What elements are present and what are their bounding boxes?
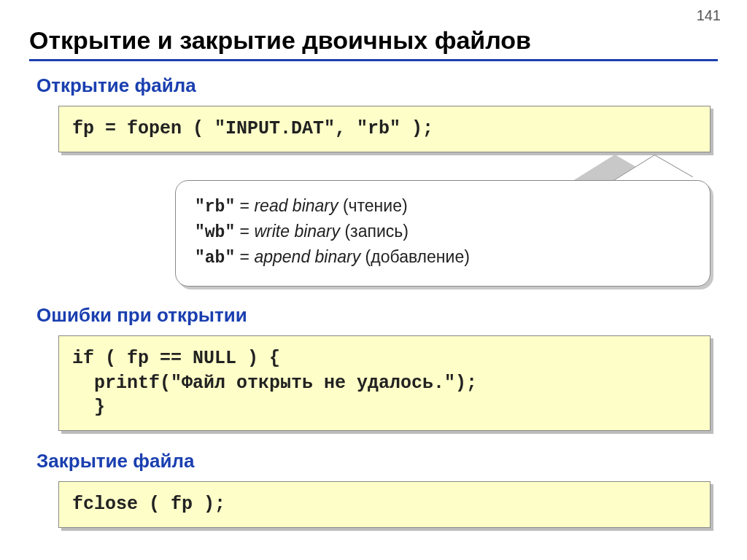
section-errors-label: Ошибки при открытии — [36, 304, 718, 327]
mode-rb: "rb" — [195, 198, 235, 217]
desc-wb: write binary — [254, 222, 340, 241]
callout-line-1: "rb" = read binary (чтение) — [195, 194, 691, 219]
mode-wb: "wb" — [195, 223, 235, 242]
eq3: = — [235, 247, 254, 266]
ru-wb: (запись) — [340, 222, 409, 241]
eq2: = — [235, 222, 254, 241]
title-rule — [29, 59, 718, 61]
mode-ab: "ab" — [195, 249, 235, 268]
code-close: fclose ( fp ); — [58, 481, 711, 528]
ru-rb: (чтение) — [338, 196, 408, 215]
section-close-label: Закрытие файла — [36, 450, 718, 472]
ru-ab: (добавление) — [360, 247, 470, 266]
page-number: 141 — [697, 7, 721, 24]
code-open: fp = fopen ( "INPUT.DAT", "rb" ); — [58, 106, 711, 152]
slide-body: Открытие и закрытие двоичных файлов Откр… — [0, 0, 747, 528]
callout-line-2: "wb" = write binary (запись) — [195, 219, 691, 245]
slide-title: Открытие и закрытие двоичных файлов — [29, 26, 718, 55]
callout-box: "rb" = read binary (чтение) "wb" = write… — [175, 180, 711, 287]
desc-rb: read binary — [254, 196, 338, 215]
callout-wrap: "rb" = read binary (чтение) "wb" = write… — [175, 180, 711, 287]
eq1: = — [235, 196, 254, 215]
callout-line-3: "ab" = append binary (добавление) — [195, 245, 691, 271]
section-open-label: Открытие файла — [36, 74, 718, 97]
desc-ab: append binary — [254, 247, 360, 266]
code-errors: if ( fp == NULL ) { printf("Файл открыть… — [58, 335, 711, 431]
